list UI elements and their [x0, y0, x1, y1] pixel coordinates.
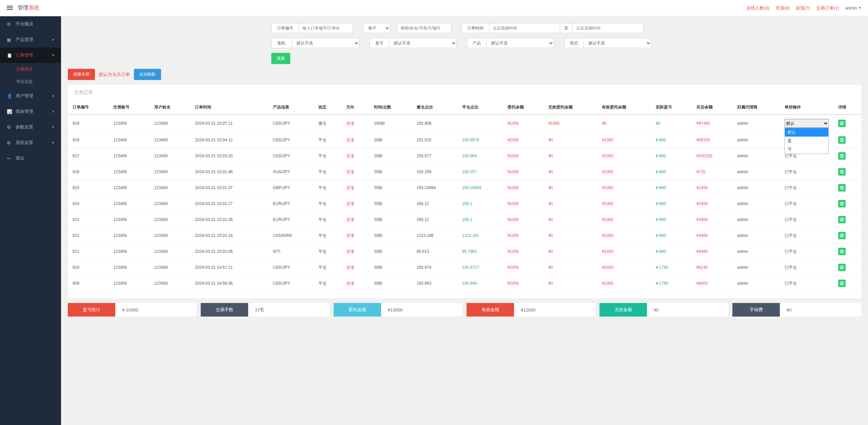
list-icon [840, 187, 844, 188]
cell-time: 2024-03-21 15:01:26 [190, 212, 268, 228]
cell-agent: admin [732, 276, 780, 291]
cell-control: 已平仓 [780, 244, 833, 260]
updown-select[interactable]: 默认不选 [292, 38, 359, 48]
cell-after: ¥4480 [692, 228, 732, 244]
cell-dir: 买涨 [341, 212, 369, 228]
sidebar-item-order[interactable]: 📋订单管理 [0, 47, 61, 63]
product-select[interactable]: 默认不选 [486, 38, 554, 48]
cell-time: 2024-03-21 15:07:11 [190, 115, 268, 132]
cell-dir: 买涨 [341, 228, 369, 244]
search-button[interactable]: 搜索 [271, 53, 290, 64]
cell-status: 平仓 [314, 180, 341, 196]
dropdown-option-win[interactable]: 盈 [785, 137, 828, 145]
dropdown-option-default[interactable]: 默认 [785, 128, 828, 137]
cell-open: 150.908 [412, 115, 457, 132]
cell-id: 819 [68, 115, 108, 132]
cell-after: ¥720 [692, 164, 732, 180]
search-all-button[interactable]: 搜索全部 [68, 69, 95, 80]
menu-toggle-icon[interactable] [7, 5, 14, 12]
cell-user: 123456 [150, 164, 190, 180]
cell-user: 123456 [150, 115, 190, 132]
time-from-input[interactable] [489, 23, 560, 33]
sidebar-sub-tradeflow[interactable]: 交易流水 [0, 63, 61, 76]
cell-close: 150.964 [457, 148, 503, 164]
sidebar-item-product[interactable]: ▦产品管理 [0, 32, 61, 47]
dropdown-option-loss[interactable]: 亏 [785, 145, 828, 154]
th-agent: 归属代理商 [732, 100, 780, 115]
detail-button[interactable] [838, 264, 846, 271]
summary-label: 盈亏统计 [68, 303, 115, 317]
detail-button[interactable] [838, 232, 846, 239]
status-select[interactable]: 默认不选 [584, 38, 651, 48]
order-id-input[interactable] [299, 23, 353, 33]
cell-status: 平仓 [314, 132, 341, 148]
stat-withdraw[interactable]: 提现(7) [796, 5, 810, 11]
cell-id: 817 [68, 148, 108, 164]
detail-button[interactable] [838, 216, 846, 223]
cell-invalid: ¥0 [544, 212, 597, 228]
sidebar-sub-platformlog[interactable]: 平台日志 [0, 76, 61, 88]
cell-open: 1323.166 [412, 228, 457, 244]
cell-prod: USD/JPY [268, 276, 314, 291]
cell-close: 85.7963 [457, 244, 503, 260]
order-id-label: 订单编号 [271, 23, 299, 33]
cell-status: 平仓 [314, 228, 341, 244]
control-select[interactable]: 默认 [785, 119, 829, 128]
cell-profit: ¥-880 [651, 132, 692, 148]
th-close: 平仓点位 [457, 100, 503, 115]
filter-status: 状态 默认不选 [564, 38, 651, 48]
detail-button[interactable] [838, 184, 846, 191]
summary-label: 有效金额 [467, 303, 514, 317]
user-menu[interactable]: admin [845, 5, 861, 11]
cell-profit: ¥-880 [651, 212, 692, 228]
detail-button[interactable] [838, 168, 846, 176]
time-to-input[interactable] [572, 23, 644, 33]
sidebar-item-overview[interactable]: ⚙平台概况 [0, 16, 61, 32]
cell-close: 193.20894 [457, 180, 503, 196]
cell-prod: GBP/JPY [268, 180, 314, 196]
chevron-right-icon [53, 95, 54, 97]
summary-row: 盈亏统计¥-10560 交易手数11笔 委托金额¥13000 有效金额¥1200… [68, 303, 861, 317]
table-row: 8111234561234562024-03-21 15:01:06WTI平仓买… [68, 244, 861, 260]
user-search-input[interactable] [397, 23, 451, 33]
detail-button[interactable] [838, 152, 846, 160]
filter-row-2: 涨跌: 默认不选 盈亏 默认不选 产品 默认不选 状态 默认不选 [271, 38, 861, 48]
cell-status: 平仓 [314, 196, 341, 212]
detail-button[interactable] [838, 280, 846, 287]
cell-detail [833, 132, 861, 148]
main-content: 订单编号 客户 订单时间 至 涨跌: 默认不选 盈亏 默认不选 产品 默认不选 … [61, 16, 868, 425]
stat-online[interactable]: 在线人数(0) [746, 5, 769, 11]
detail-button[interactable] [838, 136, 846, 144]
profit-select[interactable]: 默认不选 [389, 38, 457, 48]
auto-refresh-button[interactable]: 自动刷新 [134, 69, 161, 80]
cell-tp: 30秒 [369, 180, 412, 196]
control-dropdown-open[interactable]: 默认 盈 亏 [785, 128, 829, 154]
user-type-select[interactable]: 客户 [363, 23, 390, 33]
sidebar-item-report[interactable]: 📊报表管理 [0, 104, 61, 119]
stat-recharge[interactable]: 充值(4) [775, 5, 790, 11]
cell-entrust: ¥1000 [503, 228, 544, 244]
stat-trade[interactable]: 交易订单(1) [816, 5, 839, 11]
sidebar-item-logout[interactable]: ↪退出 [0, 150, 61, 166]
sidebar-item-params[interactable]: ⚙参数设置 [0, 119, 61, 135]
detail-button[interactable] [838, 200, 846, 207]
cell-prod: USD/KRW [268, 228, 314, 244]
caret-down-icon [859, 7, 861, 9]
sidebar-item-system[interactable]: ⚙系统设置 [0, 135, 61, 150]
cell-status: 平仓 [314, 148, 341, 164]
cell-time: 2024-03-21 15:03:20 [190, 148, 268, 164]
cell-profit: ¥-880 [651, 244, 692, 260]
cell-after: ¥1480 [692, 180, 732, 196]
cell-profit: ¥-1760 [651, 276, 692, 291]
cell-valid: ¥1000 [597, 244, 651, 260]
sidebar-item-user[interactable]: 👤用户管理 [0, 88, 61, 104]
detail-button[interactable] [838, 120, 846, 127]
chevron-right-icon [53, 110, 54, 113]
cell-entrust: ¥1000 [503, 244, 544, 260]
chevron-right-icon [53, 38, 54, 41]
summary-valid-amt: 有效金额¥12000 [467, 303, 595, 317]
cell-user: 123456 [150, 132, 190, 148]
cell-profit: ¥0 [651, 115, 692, 132]
detail-button[interactable] [838, 248, 846, 255]
summary-label: 委托金额 [334, 303, 381, 317]
